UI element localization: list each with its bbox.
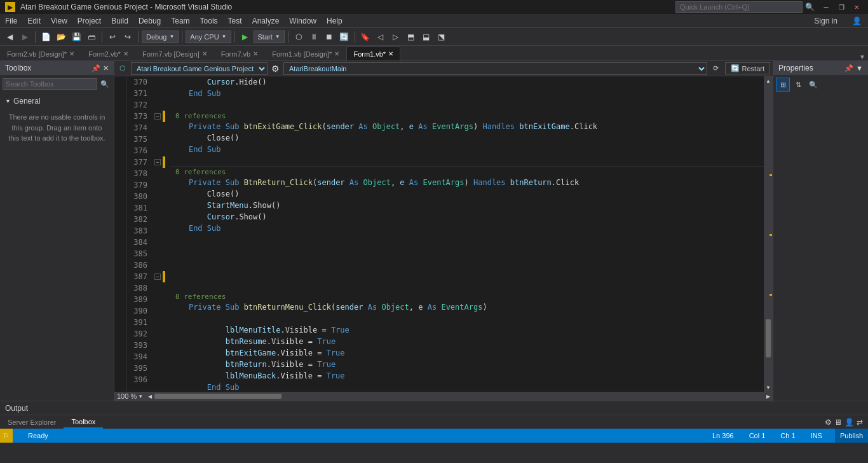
collapse-icon-373[interactable]: −	[154, 113, 161, 120]
start-dropdown[interactable]: Start ▼	[254, 31, 285, 43]
menu-view[interactable]: View	[46, 14, 72, 27]
nav-icon1[interactable]: ◁	[374, 30, 388, 44]
pause-icon[interactable]: ⏸	[307, 30, 321, 44]
stop-icon[interactable]: ⏹	[322, 30, 336, 44]
nav-icon2[interactable]: ▷	[389, 30, 403, 44]
tab-close-icon[interactable]: ✕	[388, 50, 393, 57]
nav-icon4[interactable]: ⬓	[419, 30, 433, 44]
menu-debug[interactable]: Debug	[133, 14, 166, 27]
status-ch[interactable]: Ch 1	[778, 432, 797, 439]
sign-in-button[interactable]: Sign in	[809, 14, 843, 27]
tab-close-icon[interactable]: ✕	[123, 50, 128, 57]
collapse-387[interactable]: −	[153, 271, 163, 282]
editor-vscroll[interactable]: ▲ ▼	[764, 76, 773, 392]
menu-build[interactable]: Build	[106, 14, 133, 27]
tab-close-icon[interactable]: ✕	[334, 50, 339, 57]
code-line-375: End Sub	[170, 144, 764, 155]
bottom-settings-icon[interactable]: ⚙	[825, 418, 832, 427]
hscroll-left-button[interactable]: ◀	[146, 392, 154, 401]
menu-help[interactable]: Help	[322, 14, 348, 27]
bottom-monitor-icon[interactable]: 🖥	[834, 418, 842, 427]
tab-form2-design[interactable]: Form2.vb [Design]* ✕	[0, 46, 81, 60]
toolbox-close-icon[interactable]: ✕	[103, 64, 109, 73]
tab-form7-design[interactable]: Form7.vb [Design] ✕	[135, 46, 214, 60]
tab-close-icon[interactable]: ✕	[202, 50, 207, 57]
menu-window[interactable]: Window	[284, 14, 322, 27]
tab-form7-vb[interactable]: Form7.vb ✕	[214, 46, 265, 60]
account-icon[interactable]: 👤	[848, 14, 865, 28]
menu-tools[interactable]: Tools	[195, 14, 223, 27]
nav-icon3[interactable]: ⬒	[404, 30, 418, 44]
code-line-379: StartMenu.Show()	[170, 200, 764, 211]
collapse-373[interactable]: −	[153, 111, 163, 122]
vscroll-down-button[interactable]: ▼	[764, 383, 773, 392]
minimize-button[interactable]: ─	[820, 2, 832, 12]
tab-form2-vb[interactable]: Form2.vb* ✕	[81, 46, 135, 60]
config-dropdown[interactable]: Debug ▼	[142, 31, 179, 43]
collapse-378	[153, 168, 163, 179]
collapse-377[interactable]: −	[153, 156, 163, 168]
vscroll-thumb[interactable]	[766, 319, 771, 357]
redo-icon[interactable]: ↪	[121, 30, 135, 44]
properties-sort-button[interactable]: ⇅	[791, 78, 805, 92]
restart-icon[interactable]: 🔄	[337, 30, 351, 44]
toolbox-search-button[interactable]: 🔍	[98, 78, 111, 90]
tab-close-icon[interactable]: ✕	[69, 50, 74, 57]
publish-button[interactable]: Publish	[835, 429, 868, 443]
properties-arrow-icon[interactable]: ▼	[856, 64, 863, 73]
restore-button[interactable]: ❐	[835, 2, 848, 12]
menu-team[interactable]: Team	[166, 14, 194, 27]
quick-launch-search-icon[interactable]: 🔍	[805, 3, 815, 11]
bottom-person-icon[interactable]: 👤	[844, 418, 854, 427]
open-icon[interactable]: 📂	[54, 30, 68, 44]
restart-button[interactable]: 🔄 Restart	[725, 62, 770, 74]
properties-grid-button[interactable]: ⊞	[776, 78, 790, 92]
hscroll-track[interactable]	[154, 394, 764, 399]
tab-form1-vb[interactable]: Form1.vb* ✕	[346, 46, 400, 60]
method-selector[interactable]: AtariBreakoutMain	[283, 62, 707, 75]
hscroll-right-button[interactable]: ▶	[764, 392, 773, 401]
start-button[interactable]: ▶	[238, 30, 252, 44]
quick-launch-input[interactable]	[675, 1, 803, 13]
bottom-arrows-icon[interactable]: ⇄	[857, 418, 863, 427]
close-button[interactable]: ✕	[850, 2, 863, 12]
tab-bar: Form2.vb [Design]* ✕ Form2.vb* ✕ Form7.v…	[0, 46, 868, 61]
menu-test[interactable]: Test	[223, 14, 247, 27]
nav-icon5[interactable]: ⬔	[435, 30, 449, 44]
project-selector[interactable]: Atari Breakout Game Genious Project	[131, 62, 268, 75]
bookmark-icon[interactable]: 🔖	[358, 30, 372, 44]
status-mode[interactable]: INS	[808, 432, 825, 439]
collapse-icon-387[interactable]: −	[154, 273, 161, 280]
properties-search-button[interactable]: 🔍	[806, 78, 820, 92]
vscroll-track[interactable]	[764, 85, 773, 383]
sync-button[interactable]: ⟳	[710, 62, 722, 75]
platform-dropdown[interactable]: Any CPU ▼	[186, 31, 231, 43]
toolbox-group-header[interactable]: ▼ General	[3, 95, 111, 107]
forward-button[interactable]: ▶	[18, 30, 32, 44]
properties-pin-icon[interactable]: 📌	[844, 64, 853, 73]
toolbox-search-input[interactable]	[3, 78, 97, 90]
status-col[interactable]: Col 1	[747, 432, 768, 439]
tab-scroll-button[interactable]: ▼	[857, 53, 868, 60]
tab-form1-design[interactable]: Form1.vb [Design]* ✕	[265, 46, 346, 60]
new-project-icon[interactable]: 📄	[39, 30, 53, 44]
menu-project[interactable]: Project	[72, 14, 106, 27]
status-position[interactable]: Ln 396	[710, 432, 736, 439]
zoom-dropdown-arrow[interactable]: ▼	[138, 394, 143, 399]
menu-analyze[interactable]: Analyze	[247, 14, 285, 27]
vscroll-up-button[interactable]: ▲	[764, 76, 773, 85]
back-button[interactable]: ◀	[3, 30, 17, 44]
menu-edit[interactable]: Edit	[22, 14, 46, 27]
code-text-area[interactable]: Cursor.Hide() End Sub 0 references Priva…	[165, 76, 764, 392]
bottom-tab-server-explorer[interactable]: Server Explorer	[0, 415, 64, 429]
save-icon[interactable]: 💾	[69, 30, 83, 44]
attach-icon[interactable]: ⬡	[292, 30, 306, 44]
tab-close-icon[interactable]: ✕	[253, 50, 258, 57]
collapse-icon-377[interactable]: −	[154, 159, 161, 165]
menu-file[interactable]: File	[0, 14, 22, 27]
toolbox-pin-icon[interactable]: 📌	[92, 64, 100, 73]
save-all-icon[interactable]: 🗃	[85, 30, 98, 44]
hscroll-thumb[interactable]	[154, 394, 281, 399]
undo-icon[interactable]: ↩	[105, 30, 119, 44]
bottom-tab-toolbox[interactable]: Toolbox	[64, 415, 103, 429]
